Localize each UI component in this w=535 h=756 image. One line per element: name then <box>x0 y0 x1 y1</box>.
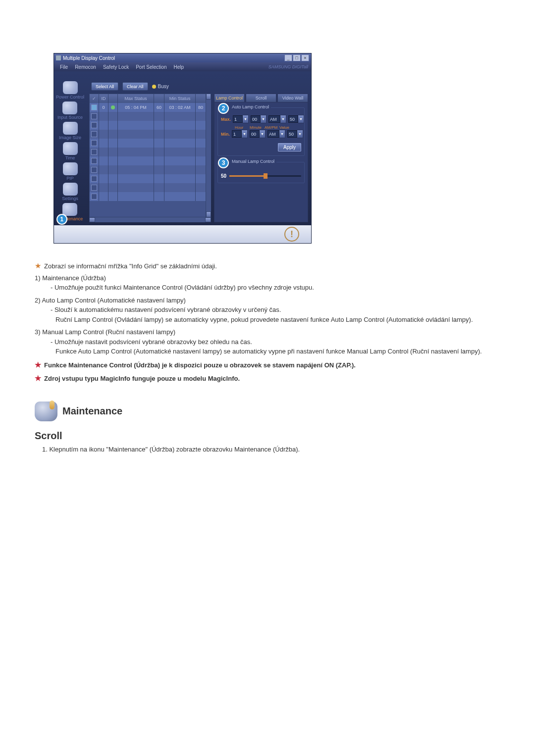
minimize-button[interactable]: _ <box>284 54 292 61</box>
sidebar-item-settings[interactable]: Settings <box>62 183 78 201</box>
menubar: File Remocon Safety Lock Port Selection … <box>54 62 311 71</box>
grid-head-max-status: Max Status <box>118 94 154 103</box>
row-checkbox[interactable] <box>91 176 97 182</box>
menu-help[interactable]: Help <box>170 64 187 70</box>
scroll-track[interactable] <box>95 217 205 222</box>
row-checkbox[interactable] <box>91 113 97 119</box>
sidebar-item-image-size[interactable]: Image Size <box>59 122 81 140</box>
note-1: 1) Maintenance (Údržba) - Umožňuje použí… <box>35 273 500 293</box>
menu-remocon[interactable]: Remocon <box>72 64 99 70</box>
note-3: 3) Manual Lamp Control (Ruční nastavení … <box>35 327 500 356</box>
table-row[interactable] <box>90 183 206 192</box>
close-button[interactable]: × <box>301 54 309 61</box>
manual-slider[interactable] <box>229 175 301 177</box>
busy-indicator: Busy <box>152 84 169 89</box>
manual-lamp-title: Manual Lamp Control <box>230 159 276 164</box>
sidebar-item-maintenance[interactable]: Maintenance 1 <box>57 203 83 221</box>
table-row[interactable] <box>90 112 206 121</box>
chevron-down-icon: ▼ <box>261 115 267 123</box>
min-hour-select[interactable]: 1▼ <box>232 130 248 138</box>
row-checkbox[interactable] <box>91 131 97 137</box>
min-value-select[interactable]: 50▼ <box>287 130 303 138</box>
table-row[interactable] <box>90 174 206 183</box>
maintenance-section-icon <box>35 402 57 421</box>
status-dot-icon <box>111 105 115 109</box>
auto-lamp-title: Auto Lamp Control <box>230 104 271 109</box>
table-row[interactable]: 0 05 : 04 PM 60 03 : 02 AM 80 <box>90 103 206 112</box>
maximize-button[interactable]: □ <box>293 54 301 61</box>
app-window: Multiple Display Control _ □ × File Remo… <box>54 53 312 244</box>
clear-all-button[interactable]: Clear All <box>122 82 148 91</box>
chevron-down-icon: ▼ <box>279 130 285 138</box>
row-checkbox[interactable] <box>91 194 97 200</box>
vertical-scrollbar[interactable] <box>206 94 211 217</box>
chevron-down-icon: ▼ <box>280 115 286 123</box>
pip-icon <box>63 162 78 175</box>
table-row[interactable] <box>90 165 206 174</box>
sidebar: Power Control Input Source Image Size Ti… <box>54 71 86 225</box>
row-checkbox[interactable] <box>91 104 97 110</box>
menu-file[interactable]: File <box>57 64 71 70</box>
select-all-button[interactable]: Select All <box>91 82 118 91</box>
busy-dot-icon <box>152 85 156 89</box>
row-checkbox[interactable] <box>91 185 97 191</box>
info-grid: ✓ ID Max Status Min Status 0 05 : 04 PM … <box>89 94 206 217</box>
row-checkbox[interactable] <box>91 158 97 164</box>
table-row[interactable] <box>90 148 206 156</box>
table-row[interactable] <box>90 139 206 148</box>
scroll-up-button[interactable] <box>206 94 211 100</box>
horizontal-scrollbar[interactable] <box>89 217 211 222</box>
slider-thumb[interactable] <box>264 173 268 179</box>
source-icon <box>62 101 77 114</box>
table-row[interactable] <box>90 130 206 139</box>
table-row[interactable] <box>90 192 206 201</box>
star-icon: ★ <box>35 361 41 371</box>
warning-icon: ! <box>284 227 299 242</box>
row-id: 0 <box>99 103 108 112</box>
sidebar-item-pip[interactable]: PIP <box>63 162 78 181</box>
grid-head-status <box>108 94 118 103</box>
min-minute-select[interactable]: 00▼ <box>250 130 266 138</box>
app-icon <box>56 55 61 60</box>
text-info-grid: Zobrazí se informační mřížka "Info Grid"… <box>44 261 217 271</box>
row-checkbox[interactable] <box>91 149 97 155</box>
callout-marker-1: 1 <box>56 214 67 225</box>
row-max-status: 05 : 04 PM <box>118 103 154 112</box>
grid-head-check[interactable]: ✓ <box>90 94 99 103</box>
titlebar[interactable]: Multiple Display Control _ □ × <box>54 53 311 62</box>
maintenance-icon <box>62 203 77 216</box>
row-min-val: 80 <box>196 103 206 112</box>
chevron-down-icon: ▼ <box>298 115 304 123</box>
menu-safety-lock[interactable]: Safety Lock <box>100 64 132 70</box>
max-label: Max. <box>221 117 231 122</box>
scroll-right-button[interactable] <box>205 217 211 222</box>
max-minute-select[interactable]: 00▼ <box>251 115 267 123</box>
sidebar-item-time[interactable]: Time <box>63 142 78 160</box>
min-ampm-select[interactable]: AM▼ <box>268 130 285 138</box>
table-row[interactable] <box>90 121 206 130</box>
time-icon <box>63 142 78 155</box>
callout-marker-3: 3 <box>218 157 229 168</box>
chevron-down-icon: ▼ <box>243 115 249 123</box>
apply-button[interactable]: Apply <box>278 143 301 151</box>
max-ampm-select[interactable]: AM▼ <box>268 115 286 123</box>
star-icon: ★ <box>35 262 41 272</box>
row-checkbox[interactable] <box>91 167 97 173</box>
tab-video-wall[interactable]: Video Wall <box>277 94 308 102</box>
step-1: 1. Klepnutím na ikonu "Maintenance" (Údr… <box>0 446 535 453</box>
settings-icon <box>63 183 78 196</box>
menu-port-selection[interactable]: Port Selection <box>133 64 169 70</box>
scroll-left-button[interactable] <box>89 217 95 222</box>
max-hour-select[interactable]: 1▼ <box>233 115 249 123</box>
max-value-select[interactable]: 50▼ <box>288 115 304 123</box>
tab-scroll[interactable]: Scroll <box>246 94 276 102</box>
sidebar-item-input-source[interactable]: Input Source <box>57 101 83 120</box>
row-checkbox[interactable] <box>91 122 97 128</box>
scroll-down-button[interactable] <box>206 211 211 217</box>
row-checkbox[interactable] <box>91 140 97 146</box>
sidebar-item-power-control[interactable]: Power Control <box>56 81 84 100</box>
grid-header: ✓ ID Max Status Min Status <box>90 94 206 103</box>
tab-lamp-control[interactable]: Lamp Control <box>214 94 245 102</box>
scroll-track[interactable] <box>206 100 211 211</box>
table-row[interactable] <box>90 156 206 165</box>
